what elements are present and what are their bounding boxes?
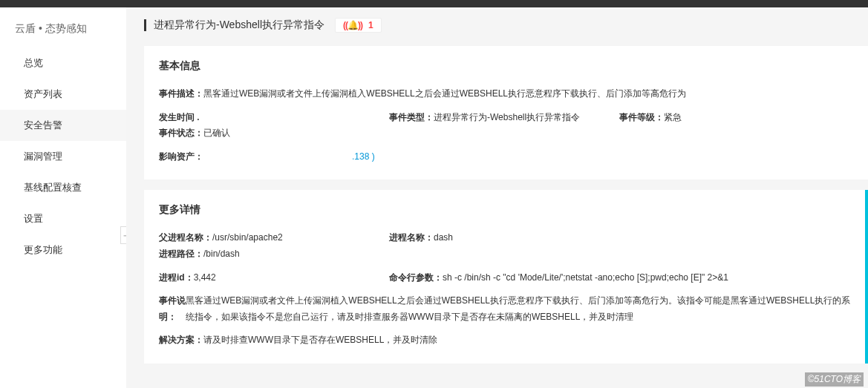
affected-asset-value[interactable]: .138 ) xyxy=(203,149,375,165)
event-level-label: 事件等级： xyxy=(619,110,664,126)
event-type-value: 进程异常行为-Webshell执行异常指令 xyxy=(434,110,604,126)
parent-proc-label: 父进程名称： xyxy=(159,230,212,246)
sidebar-item-vuln[interactable]: 漏洞管理 xyxy=(0,141,126,172)
sidebar-item-settings[interactable]: 设置 xyxy=(0,203,126,234)
more-details-title: 更多详情 xyxy=(159,203,853,217)
cmd-value: sh -c /bin/sh -c "cd 'Mode/Lite/';netsta… xyxy=(443,270,754,286)
proc-path-value: /bin/dash xyxy=(203,246,240,263)
event-desc-value: 黑客通过WEB漏洞或者文件上传漏洞植入WEBSHELL之后会通过WEBSHELL… xyxy=(203,86,686,102)
event-level-value: 紧急 xyxy=(664,110,682,126)
event-explain-label: 事件说明： xyxy=(159,293,186,325)
notification-count: 1 xyxy=(368,20,373,30)
proc-path-label: 进程路径： xyxy=(159,246,203,263)
sidebar-item-assets[interactable]: 资产列表 xyxy=(0,79,126,110)
sidebar: 云盾 • 态势感知 总览 资产列表 安全告警 漏洞管理 基线配置核查 设置 更多… xyxy=(0,7,126,388)
solution-value: 请及时排查WWW目录下是否存在WEBSHELL，并及时清除 xyxy=(203,332,437,349)
page-title: 进程异常行为-Webshell执行异常指令 xyxy=(154,19,324,32)
sidebar-item-more[interactable]: 更多功能 xyxy=(0,234,126,266)
brand-title: 云盾 • 态势感知 xyxy=(0,7,126,47)
event-status-label: 事件状态： xyxy=(159,125,203,142)
watermark: ©51CTO博客 xyxy=(805,372,864,387)
event-status-value: 已确认 xyxy=(203,125,230,142)
main-content: 进程异常行为-Webshell执行异常指令 ((🔔)) 1 基本信息 事件描述：… xyxy=(126,7,868,388)
event-desc-label: 事件描述： xyxy=(159,86,203,102)
sidebar-item-alerts[interactable]: 安全告警 xyxy=(0,110,126,141)
event-explain-value: 黑客通过WEB漏洞或者文件上传漏洞植入WEBSHELL之后会通过WEBSHELL… xyxy=(186,293,853,325)
top-bar xyxy=(0,0,868,7)
basic-info-title: 基本信息 xyxy=(159,59,853,73)
bell-icon: ((🔔)) xyxy=(343,20,362,30)
event-time-value xyxy=(200,110,296,126)
proc-name-value: dash xyxy=(434,230,453,246)
event-type-label: 事件类型： xyxy=(389,110,434,126)
notification-pill[interactable]: ((🔔)) 1 xyxy=(335,18,382,33)
pid-label: 进程id： xyxy=(159,270,194,286)
solution-label: 解决方案： xyxy=(159,332,203,349)
parent-proc-value: /usr/sbin/apache2 xyxy=(212,230,283,246)
event-time-label: 发生时间 . xyxy=(159,110,200,126)
card-accent-strip xyxy=(865,190,868,364)
side-nav: 总览 资产列表 安全告警 漏洞管理 基线配置核查 设置 更多功能 xyxy=(0,47,126,266)
more-details-card: 更多详情 父进程名称： /usr/sbin/apache2 进程名称： dash… xyxy=(144,190,868,364)
cmd-label: 命令行参数： xyxy=(389,270,443,286)
sidebar-item-overview[interactable]: 总览 xyxy=(0,47,126,79)
basic-info-card: 基本信息 事件描述： 黑客通过WEB漏洞或者文件上传漏洞植入WEBSHELL之后… xyxy=(144,46,868,180)
sidebar-item-baseline[interactable]: 基线配置核查 xyxy=(0,172,126,203)
pid-value: 3,442 xyxy=(194,270,216,286)
proc-name-label: 进程名称： xyxy=(389,230,434,246)
title-accent xyxy=(144,19,146,31)
affected-asset-label: 影响资产： xyxy=(159,149,203,165)
